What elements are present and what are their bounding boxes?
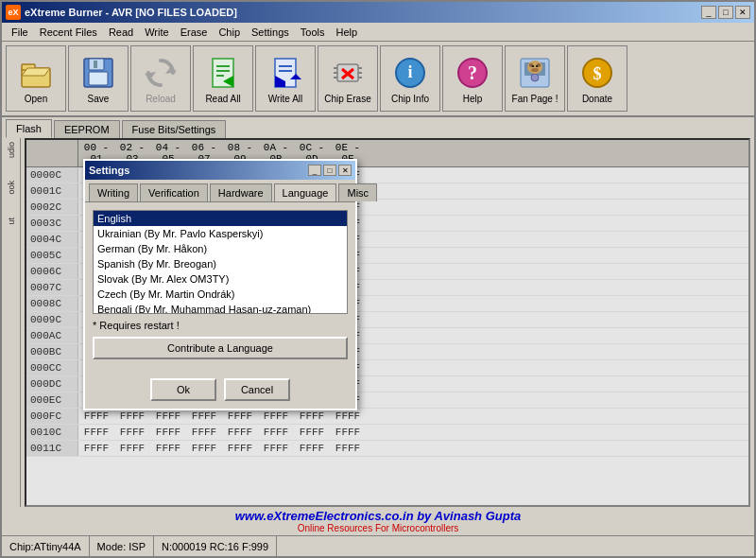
svg-text:i: i [407,62,412,81]
modal-overlay: Settings _ □ ✕ Writing Verification Hard… [26,140,748,505]
sidebar-label3: ut [7,218,16,225]
svg-marker-6 [165,66,177,74]
dialog-tab-language[interactable]: Language [274,183,337,201]
list-item[interactable]: German (By Mr. Håkon) [94,241,347,256]
read-all-button[interactable]: Read All [193,45,253,112]
list-item[interactable]: Czech (By Mr. Martin Ondrák) [94,287,347,302]
save-label: Save [88,94,110,104]
status-bar: Chip:ATtiny44A Mode: ISP N:000019 RC:16 … [2,535,754,556]
help-icon: ? [454,54,491,92]
app-icon: eX [6,5,21,20]
dialog-minimize[interactable]: _ [308,165,321,176]
content-area: 00 - 01 02 - 03 04 - 05 06 - 07 08 - 09 … [25,138,750,507]
menu-write[interactable]: Write [139,26,174,39]
menu-settings[interactable]: Settings [246,26,295,39]
menu-read[interactable]: Read [103,26,139,39]
dialog-close[interactable]: ✕ [338,165,352,176]
dialog-controls: _ □ ✕ [308,165,352,176]
sidebar-label: udio [7,142,16,158]
chip-info-label: Chip Info [391,94,429,104]
open-icon [17,54,55,92]
list-item[interactable]: Slovak (By Mr. Alex OM3TY) [94,271,347,287]
left-sidebar: udio ook ut [2,138,21,507]
footer-watermark: www.eXtremeElectronics.co.in by Avinash … [2,507,754,535]
list-item[interactable]: Spanish (By Mr. Breogan) [94,256,347,271]
main-body: udio ook ut 00 - 01 02 - 03 04 - 05 06 -… [2,138,754,507]
dialog-tab-writing[interactable]: Writing [89,183,138,201]
reload-button[interactable]: Reload [130,45,191,112]
svg-text:?: ? [468,62,477,83]
svg-point-33 [531,74,539,81]
ok-button[interactable]: Ok [150,378,216,401]
list-item[interactable]: English [94,211,347,226]
settings-dialog: Settings _ □ ✕ Writing Verification Hard… [83,159,357,410]
chip-erase-label: Chip Erase [324,94,370,104]
main-window: eX eXtreme Burner - AVR [NO FILES LOADED… [0,0,756,558]
save-icon [79,54,117,92]
svg-point-37 [531,68,539,72]
dialog-maximize[interactable]: □ [323,165,336,176]
help-label: Help [463,94,483,104]
contribute-language-button[interactable]: Contribute a Language [93,337,348,359]
fan-page-button[interactable]: Fan Page ! [505,45,565,112]
close-button[interactable]: ✕ [735,6,750,19]
dialog-tab-hardware[interactable]: Hardware [210,183,272,201]
help-button[interactable]: ? Help [442,45,503,112]
requires-restart-note: * Requires restart ! [93,320,348,331]
menu-chip[interactable]: Chip [213,26,246,39]
menu-bar: File Recent Files Read Write Erase Chip … [2,23,754,42]
menu-erase[interactable]: Erase [175,26,214,39]
status-chip: Chip:ATtiny44A [2,536,90,556]
tabs-bar: Flash EEPROM Fuse Bits/Settings [2,117,754,138]
menu-recent-files[interactable]: Recent Files [34,26,103,39]
dialog-title-text: Settings [89,165,129,176]
chip-info-button[interactable]: i Chip Info [380,45,440,112]
svg-rect-5 [94,61,97,68]
tab-fuse[interactable]: Fuse Bits/Settings [122,120,227,138]
chip-erase-button[interactable]: Chip Erase [318,45,378,112]
open-button[interactable]: Open [6,45,66,112]
status-mode: Mode: ISP [90,536,154,556]
dialog-content: EnglishUkrainian (By Mr. Pavlo Kaspersky… [85,202,355,375]
tab-eeprom[interactable]: EEPROM [54,120,120,138]
donate-button[interactable]: $ Donate [567,45,627,112]
watermark-sub: Online Resources For Microcontrollers [298,523,459,533]
fan-page-label: Fan Page ! [512,94,558,104]
toolbar: Open Save [2,42,754,117]
title-bar-left: eX eXtreme Burner - AVR [NO FILES LOADED… [6,5,237,20]
read-all-icon [204,54,242,92]
title-bar: eX eXtreme Burner - AVR [NO FILES LOADED… [2,2,754,23]
list-item[interactable]: Ukrainian (By Mr. Pavlo Kasperskyi) [94,226,347,241]
dialog-tab-verification[interactable]: Verification [140,183,208,201]
svg-text:$: $ [593,64,602,83]
menu-file[interactable]: File [6,26,34,39]
status-info: N:000019 RC:16 F:999 [154,536,277,556]
maximize-button[interactable]: □ [718,6,733,19]
svg-point-38 [532,65,534,67]
watermark-main: www.eXtremeElectronics.co.in by Avinash … [235,509,521,523]
fan-page-icon [516,54,554,92]
dialog-tabs: Writing Verification Hardware Language M… [85,180,355,202]
tab-flash[interactable]: Flash [6,119,52,138]
sidebar-label2: ook [7,181,16,195]
donate-label: Donate [582,94,612,104]
list-item[interactable]: Bengali (By Mr. Muhammad Hasan-uz-zaman) [94,302,347,314]
reload-icon [142,54,180,92]
dialog-tab-misc[interactable]: Misc [338,183,377,201]
dialog-footer: Ok Cancel [85,375,355,409]
chip-erase-icon [329,54,367,92]
menu-tools[interactable]: Tools [295,26,331,39]
donate-icon: $ [578,54,616,92]
chip-info-icon: i [391,54,429,92]
window-title: eXtreme Burner - AVR [NO FILES LOADED] [25,7,237,18]
dialog-title-bar: Settings _ □ ✕ [85,161,355,180]
reload-label: Reload [146,94,176,104]
language-list[interactable]: EnglishUkrainian (By Mr. Pavlo Kaspersky… [93,210,348,314]
save-button[interactable]: Save [68,45,129,112]
menu-help[interactable]: Help [330,26,363,39]
minimize-button[interactable]: _ [701,6,716,19]
write-all-label: Write All [268,94,303,104]
cancel-button[interactable]: Cancel [224,378,290,401]
title-controls: _ □ ✕ [701,6,750,19]
write-all-button[interactable]: Write All [255,45,316,112]
